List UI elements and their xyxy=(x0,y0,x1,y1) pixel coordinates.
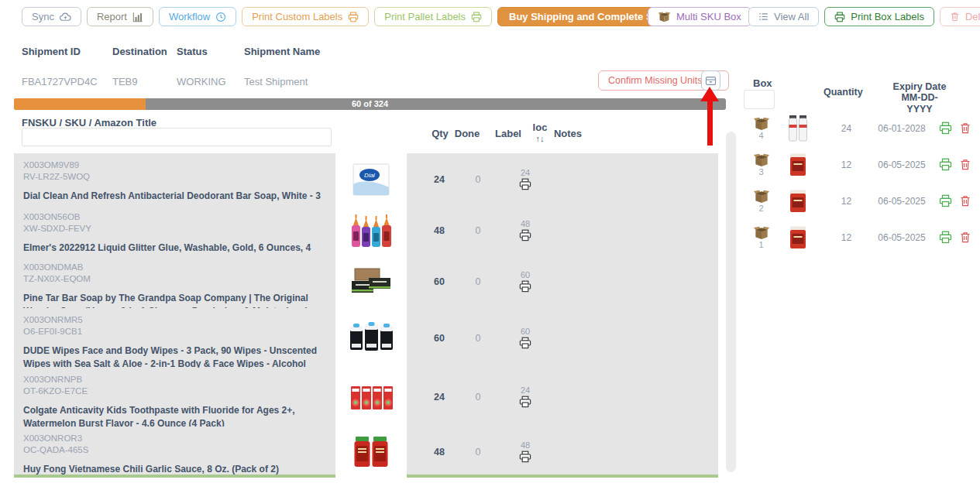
delete-boxes-button[interactable]: Delete Boxes xyxy=(940,7,980,26)
open-box-icon xyxy=(753,190,770,204)
fnsku: X003OM9V89 xyxy=(23,159,326,171)
product-title: Pine Tar Bar Soap by The Grandpa Soap Co… xyxy=(23,292,326,308)
bar-chart-icon xyxy=(132,12,143,22)
box-icon-cell[interactable]: 1 xyxy=(744,226,779,249)
delete-box-icon[interactable] xyxy=(959,122,971,135)
product-row[interactable]: X003ONRMR5 O6-EF0I-9CB1 DUDE Wipes Face … xyxy=(14,308,335,368)
print-pallet-labels-button[interactable]: Print Pallet Labels xyxy=(374,7,492,26)
loc-column-header: loc ↑↓ xyxy=(528,122,552,144)
open-box-icon xyxy=(753,153,770,167)
loc-sort-control[interactable]: ↑↓ xyxy=(528,134,552,144)
destination-header: Destination xyxy=(112,46,167,57)
sku-search-input[interactable] xyxy=(22,128,332,146)
product-image-dial-soap: Dial xyxy=(335,153,407,205)
loc-label: loc xyxy=(528,122,552,134)
product-image-glitter-glue xyxy=(335,205,407,255)
delete-box-icon[interactable] xyxy=(959,231,971,244)
report-button[interactable]: Report xyxy=(87,7,153,26)
product-row[interactable]: X003ON56OB XW-SDXD-FEVY Elmer's 2022912 … xyxy=(14,205,335,255)
print-label-icon[interactable] xyxy=(519,280,531,293)
product-title: DUDE Wipes Face and Body Wipes - 3 Pack,… xyxy=(23,344,326,368)
product-row[interactable]: X003ONROR3 OC-QADA-465S Huy Fong Vietnam… xyxy=(14,427,335,478)
product-title: Elmer's 2022912 Liquid Glitter Glue, Was… xyxy=(23,242,326,255)
list-icon xyxy=(758,12,769,22)
clock-icon xyxy=(215,12,226,22)
box-number: 2 xyxy=(758,204,763,213)
box-filter-input[interactable] xyxy=(744,90,775,109)
box-quantity-value: 24 xyxy=(817,123,875,134)
quantity-row: 48 0 48 xyxy=(407,427,718,478)
box-product-image-red-pouch xyxy=(779,225,817,250)
box-icon-cell[interactable]: 3 xyxy=(744,153,779,176)
sku: RV-LR2Z-5WOQ xyxy=(23,171,326,183)
box-icon-cell[interactable]: 4 xyxy=(744,117,779,140)
view-all-button[interactable]: View All xyxy=(748,7,819,26)
product-title: Dial Clean And Refresh Antibacterial Deo… xyxy=(23,190,326,205)
view-all-label: View All xyxy=(774,11,809,22)
qty-value: 60 xyxy=(418,276,460,287)
done-value: 0 xyxy=(460,276,496,287)
print-label-icon[interactable] xyxy=(519,337,531,349)
list-scrollbar[interactable] xyxy=(726,132,736,472)
print-label-icon[interactable] xyxy=(519,229,531,242)
delete-box-icon[interactable] xyxy=(959,158,971,171)
sync-button[interactable]: Sync xyxy=(22,7,81,26)
box-row: 3 12 06-05-2025 xyxy=(744,146,976,183)
box-icon-cell[interactable]: 2 xyxy=(744,190,779,213)
product-image-colgate-toothpaste xyxy=(335,368,407,427)
product-title: Huy Fong Vietnamese Chili Garlic Sauce, … xyxy=(23,463,326,476)
sku: TZ-NX0X-EQOM xyxy=(23,273,326,285)
delete-box-icon[interactable] xyxy=(959,194,971,207)
print-custom-labels-button[interactable]: Print Custom Labels xyxy=(242,7,369,26)
box-product-image-red-pouch xyxy=(779,189,817,214)
print-label-icon[interactable] xyxy=(519,396,531,408)
product-row[interactable]: X003ONDMAB TZ-NX0X-EQOM Pine Tar Bar Soa… xyxy=(14,255,335,308)
print-label-icon[interactable] xyxy=(519,451,531,463)
box-tool-button[interactable] xyxy=(701,70,720,91)
workflow-label: Workflow xyxy=(169,11,210,22)
print-box-label-icon[interactable] xyxy=(939,231,952,244)
print-label-icon[interactable] xyxy=(519,178,531,190)
print-box-labels-button[interactable]: Print Box Labels xyxy=(824,7,934,26)
printer-icon xyxy=(834,12,845,22)
multi-sku-box-button[interactable]: Multi SKU Box xyxy=(648,7,751,26)
sku: O6-EF0I-9CB1 xyxy=(23,326,326,338)
sku: XW-SDXD-FEVY xyxy=(23,223,326,235)
svg-text:Dial: Dial xyxy=(364,172,375,179)
print-box-label-icon[interactable] xyxy=(939,194,952,207)
print-pallet-labels-label: Print Pallet Labels xyxy=(384,11,466,22)
qty-column-header: Qty xyxy=(428,128,452,139)
label-count: 60 xyxy=(521,271,530,279)
quantity-row: 24 0 24 xyxy=(407,153,718,205)
print-box-label-icon[interactable] xyxy=(939,122,952,135)
delete-boxes-label: Delete Boxes xyxy=(965,11,980,22)
multi-sku-box-label: Multi SKU Box xyxy=(676,11,741,22)
box-column-header: Box xyxy=(753,77,772,89)
fnsku: X003ON56OB xyxy=(23,211,326,223)
shipment-progress-bar: 60 of 324 xyxy=(14,98,726,110)
product-row[interactable]: X003ONRNPB OT-6KZO-E7CE Colgate Anticavi… xyxy=(14,368,335,427)
box-product-image-red-pouch xyxy=(779,152,817,177)
box-icon xyxy=(658,12,671,22)
product-list-panel: X003OM9V89 RV-LR2Z-5WOQ Dial Clean And R… xyxy=(14,153,335,478)
done-value: 0 xyxy=(460,392,496,403)
print-box-labels-label: Print Box Labels xyxy=(851,11,924,22)
box-expiry-value: 06-01-2028 xyxy=(875,123,928,134)
product-row[interactable]: X003OM9V89 RV-LR2Z-5WOQ Dial Clean And R… xyxy=(14,153,335,205)
label-count: 48 xyxy=(521,220,530,228)
qty-value: 60 xyxy=(418,333,460,344)
open-box-icon xyxy=(753,117,770,131)
done-value: 0 xyxy=(460,333,496,344)
label-count: 60 xyxy=(521,327,530,336)
shipment-id-value: FBA1727VPD4C xyxy=(22,76,98,87)
status-value: WORKING xyxy=(177,76,226,87)
sync-label: Sync xyxy=(32,11,54,22)
fnsku: X003ONRMR5 xyxy=(23,314,326,326)
box-expiry-value: 06-05-2025 xyxy=(875,232,928,243)
label-column-header: Label xyxy=(492,128,524,139)
workflow-button[interactable]: Workflow xyxy=(159,7,236,26)
toolbar-left: Sync Report Workflow Print Custom Labels… xyxy=(22,7,715,26)
print-box-label-icon[interactable] xyxy=(939,158,952,171)
attention-arrow xyxy=(700,87,719,146)
print-custom-labels-label: Print Custom Labels xyxy=(252,11,342,22)
